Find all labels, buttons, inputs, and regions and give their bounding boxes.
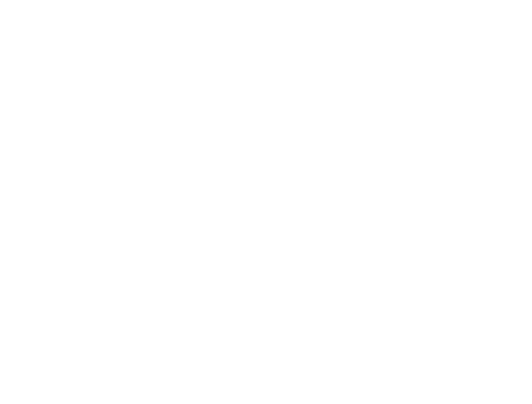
diagram-edges bbox=[0, 0, 532, 404]
